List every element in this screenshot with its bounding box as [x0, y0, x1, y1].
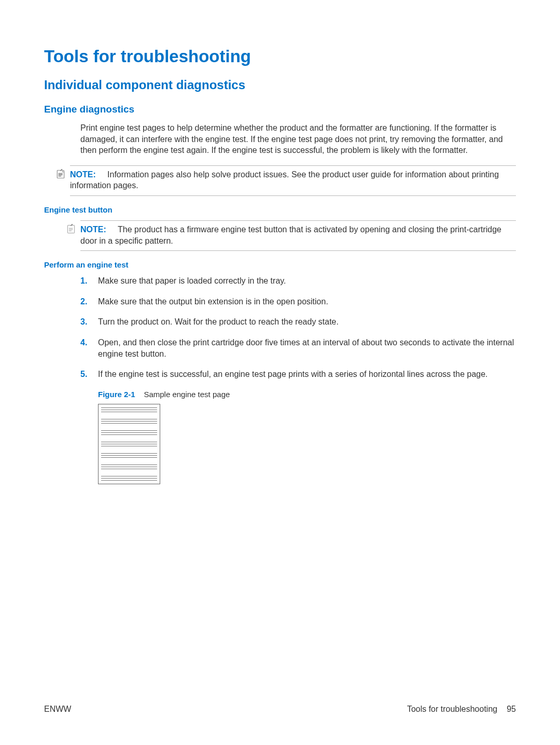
step-item: 2.Make sure that the output bin extensio…: [80, 296, 516, 307]
step-text: If the engine test is successful, an eng…: [98, 369, 488, 380]
note-block-2: NOTE: The product has a firmware engine …: [80, 220, 516, 251]
page-footer: ENWW Tools for troubleshooting 95: [44, 705, 516, 714]
step-number: 4.: [80, 337, 98, 359]
svg-rect-0: [57, 170, 64, 178]
note-icon: [66, 224, 76, 234]
step-number: 5.: [80, 369, 98, 380]
step-number: 3.: [80, 316, 98, 328]
sample-engine-test-page-figure: [98, 404, 160, 484]
note-text: Information pages also help solve produc…: [70, 170, 499, 190]
note-icon: [55, 169, 66, 179]
step-item: 1.Make sure that paper is loaded correct…: [80, 275, 516, 287]
footer-left: ENWW: [44, 705, 71, 714]
heading-4-perform-engine-test: Perform an engine test: [44, 260, 516, 269]
note-text: The product has a firmware engine test b…: [80, 225, 501, 245]
step-text: Make sure that the output bin extension …: [98, 296, 328, 307]
svg-rect-4: [67, 225, 74, 233]
footer-section-title: Tools for troubleshooting: [407, 705, 497, 714]
step-item: 5. If the engine test is successful, an …: [80, 369, 516, 484]
step-number: 1.: [80, 275, 98, 287]
note-label: NOTE:: [80, 225, 106, 234]
step-text: Make sure that paper is loaded correctly…: [98, 275, 286, 287]
figure-caption: Figure 2-1 Sample engine test page: [98, 389, 516, 400]
heading-2: Individual component diagnostics: [44, 78, 516, 92]
note-label: NOTE:: [70, 170, 96, 179]
note-block-1: NOTE: Information pages also help solve …: [70, 165, 516, 196]
intro-paragraph: Print engine test pages to help determin…: [80, 122, 516, 156]
step-item: 3.Turn the product on. Wait for the prod…: [80, 316, 516, 328]
figure-caption-text: Sample engine test page: [144, 390, 230, 399]
heading-4-engine-test-button: Engine test button: [44, 205, 516, 214]
heading-1: Tools for troubleshooting: [44, 47, 516, 66]
ordered-steps: 1.Make sure that paper is loaded correct…: [80, 275, 516, 484]
step-number: 2.: [80, 296, 98, 307]
page: Tools for troubleshooting Individual com…: [0, 0, 560, 745]
figure-label: Figure 2-1: [98, 390, 135, 399]
page-number: 95: [507, 705, 516, 714]
step-text: Open, and then close the print cartridge…: [98, 337, 516, 359]
heading-3-engine-diagnostics: Engine diagnostics: [44, 104, 516, 115]
step-item: 4.Open, and then close the print cartrid…: [80, 337, 516, 359]
step-text: Turn the product on. Wait for the produc…: [98, 316, 339, 328]
